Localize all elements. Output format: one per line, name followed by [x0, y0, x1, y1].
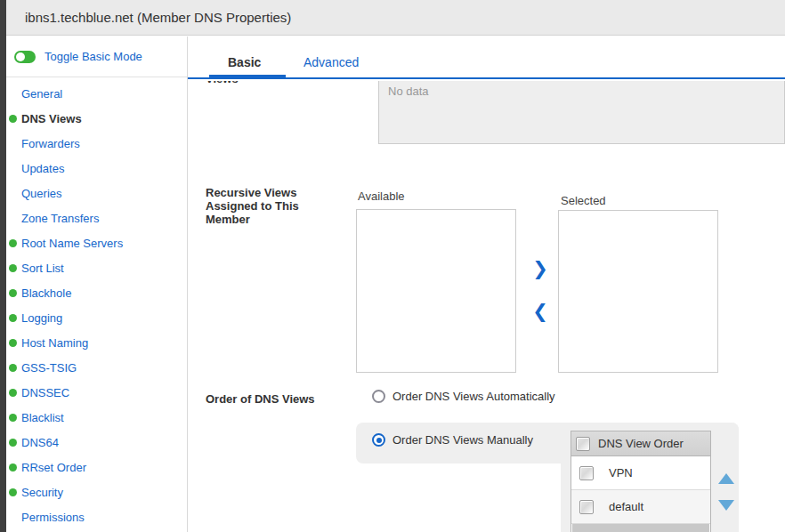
sidebar-item-queries[interactable]: Queries — [6, 181, 187, 206]
sidebar-item-updates[interactable]: Updates — [6, 156, 187, 181]
move-left-button[interactable]: ❮ — [530, 301, 550, 322]
active-tab-indicator — [209, 75, 286, 79]
status-dot-icon — [9, 289, 17, 297]
tab-advanced[interactable]: Advanced — [303, 55, 359, 69]
status-dot-icon — [9, 439, 17, 447]
table-header-row: DNS View Order — [571, 431, 710, 456]
sidebar-nav: General DNS Views Forwarders Updates Que… — [6, 77, 187, 529]
sidebar-item-permissions[interactable]: Permissions — [6, 504, 187, 529]
sidebar-item-rrset-order[interactable]: RRset Order — [6, 455, 187, 480]
sidebar-item-root-name-servers[interactable]: Root Name Servers — [6, 230, 187, 255]
toggle-basic-mode-label: Toggle Basic Mode — [45, 50, 142, 63]
status-dot-icon — [9, 364, 17, 372]
sidebar-item-general[interactable]: General — [6, 81, 187, 106]
tab-basic[interactable]: Basic — [228, 55, 261, 69]
sidebar-item-zone-transfers[interactable]: Zone Transfers — [6, 206, 187, 230]
status-dot-icon — [9, 339, 17, 347]
sidebar-item-forwarders[interactable]: Forwarders — [6, 131, 187, 156]
sidebar-item-blacklist[interactable]: Blacklist — [6, 405, 187, 430]
dialog-titlebar: ibns1.techblue.net (Member DNS Propertie… — [6, 0, 785, 36]
sidebar-item-sort-list[interactable]: Sort List — [6, 255, 187, 280]
sidebar-item-dnssec[interactable]: DNSSEC — [6, 380, 187, 405]
radio-order-manually[interactable]: Order DNS Views Manually — [372, 433, 533, 447]
toggle-basic-mode[interactable]: Toggle Basic Mode — [6, 36, 187, 77]
order-of-dns-views-label: Order of DNS Views — [206, 392, 315, 406]
radio-selected-icon[interactable] — [372, 433, 385, 447]
status-dot-icon — [9, 463, 17, 472]
tab-bar: Basic Advanced — [188, 36, 785, 79]
status-dot-icon — [9, 239, 17, 247]
radio-icon[interactable] — [372, 390, 385, 403]
dns-view-order-table: DNS View Order VPN default — [571, 431, 711, 532]
recursive-views-label: Recursive Views Assigned to This Member — [206, 186, 312, 226]
move-right-button[interactable]: ❯ — [530, 258, 550, 279]
form-scroll-area[interactable]: Views No data Recursive Views Assigned t… — [188, 81, 785, 532]
select-all-checkbox[interactable] — [576, 437, 590, 451]
field-label-views: Views — [206, 81, 239, 85]
toggle-switch-icon[interactable] — [14, 51, 36, 63]
status-dot-icon — [9, 414, 17, 422]
status-dot-icon — [9, 488, 17, 496]
background-window-edge — [0, 0, 6, 532]
selected-views-listbox[interactable] — [558, 210, 718, 373]
sidebar-item-blackhole[interactable]: Blackhole — [6, 280, 187, 305]
table-header-label: DNS View Order — [598, 437, 684, 450]
row-checkbox[interactable] — [579, 466, 594, 480]
move-up-icon[interactable] — [718, 473, 734, 484]
available-column-label: Available — [358, 189, 405, 203]
sidebar-item-gss-tsig[interactable]: GSS-TSIG — [6, 355, 187, 380]
table-horizontal-scrollbar[interactable] — [572, 524, 709, 532]
status-dot-icon — [9, 264, 17, 272]
table-row-vpn[interactable]: VPN — [571, 456, 710, 490]
sidebar-item-security[interactable]: Security — [6, 480, 187, 504]
sidebar-item-host-naming[interactable]: Host Naming — [6, 330, 187, 355]
sidebar: Toggle Basic Mode General DNS Views Forw… — [6, 36, 188, 532]
status-dot-icon — [9, 314, 17, 322]
sidebar-item-dns-views[interactable]: DNS Views — [6, 106, 187, 131]
selected-column-label: Selected — [561, 194, 606, 207]
row-checkbox[interactable] — [579, 500, 594, 514]
radio-order-automatically[interactable]: Order DNS Views Automatically — [372, 390, 555, 403]
sidebar-item-logging[interactable]: Logging — [6, 305, 187, 330]
main-panel: Basic Advanced Views No data Recursive V… — [188, 36, 785, 532]
dialog-title: ibns1.techblue.net (Member DNS Propertie… — [25, 10, 291, 25]
status-dot-icon — [9, 115, 17, 123]
available-views-listbox[interactable] — [356, 209, 516, 373]
status-dot-icon — [9, 389, 17, 397]
move-down-icon[interactable] — [718, 500, 734, 511]
sidebar-item-dns64[interactable]: DNS64 — [6, 430, 187, 455]
views-nodata-field[interactable]: No data — [378, 81, 785, 144]
table-row-default[interactable]: default — [571, 490, 710, 524]
